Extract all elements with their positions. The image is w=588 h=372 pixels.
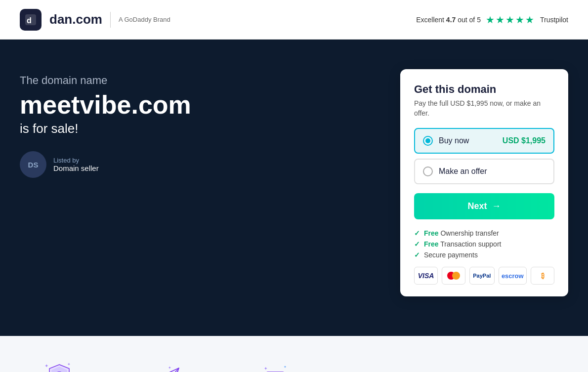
trustpilot-stars: ★★★★★	[486, 14, 535, 26]
card-features-list: ✓ Free Ownership transfer ✓ Free Transac…	[414, 229, 554, 259]
seller-name: Domain seller	[53, 164, 99, 172]
card-subtitle: Pay the full USD $1,995 now, or make an …	[414, 99, 554, 118]
domain-name: meetvibe.com	[20, 91, 191, 119]
features-grid: ✦ ✦ · Buyer Protectionprogram	[20, 361, 366, 372]
listed-by-label: Listed by	[53, 157, 99, 164]
feature-fast-transfers: ✦ ✦ Fast & easytransfers	[128, 361, 208, 372]
make-offer-radio[interactable]	[423, 166, 433, 176]
payment-icons-group: VISA PayPal escrow ₿	[414, 267, 554, 285]
next-button[interactable]: Next →	[414, 193, 554, 219]
svg-text:✦: ✦	[264, 366, 268, 371]
make-offer-left: Make an offer	[423, 166, 487, 176]
bitcoin-payment-icon: ₿	[531, 267, 554, 285]
fast-transfers-icon: ✦ ✦	[153, 361, 183, 372]
svg-text:✦: ✦	[44, 363, 48, 369]
paypal-payment-icon: PayPal	[469, 267, 495, 285]
buyer-protection-icon: ✦ ✦ ·	[44, 361, 74, 372]
site-header: d dan.com A GoDaddy Brand Excellent 4.7 …	[0, 0, 588, 40]
trustpilot-brand-name: Trustpilot	[540, 16, 568, 24]
hero-left-content: The domain name meetvibe.com is for sale…	[20, 69, 191, 178]
make-offer-label: Make an offer	[439, 167, 487, 176]
feature-buyer-protection: ✦ ✦ · Buyer Protectionprogram	[20, 361, 99, 372]
next-label: Next	[467, 201, 487, 211]
feature-transaction: ✓ Free Transaction support	[414, 240, 554, 248]
mastercard-payment-icon	[442, 267, 465, 285]
feature-secure-payments: ✓ Secure payments	[414, 251, 554, 259]
buy-now-radio[interactable]	[423, 136, 433, 146]
svg-text:d: d	[27, 16, 32, 25]
make-offer-option[interactable]: Make an offer	[414, 159, 554, 184]
listed-by-group: DS Listed by Domain seller	[20, 151, 191, 178]
check-icon-3: ✓	[414, 251, 420, 259]
svg-text:✦: ✦	[67, 362, 71, 367]
hassle-free-icon: ✦ ✦ ·	[262, 361, 292, 372]
feature-hassle-free: ✦ ✦ · Hassle freepayments	[237, 361, 316, 372]
dan-logo-icon[interactable]: d	[20, 9, 42, 31]
check-icon-1: ✓	[414, 229, 420, 237]
svg-text:✦: ✦	[284, 365, 287, 369]
trustpilot-score-text: Excellent 4.7 out of 5	[416, 16, 481, 24]
card-title: Get this domain	[414, 83, 554, 96]
visa-payment-icon: VISA	[414, 267, 438, 285]
next-arrow-icon: →	[492, 201, 501, 211]
logo-group: d dan.com A GoDaddy Brand	[20, 9, 170, 31]
escrow-payment-icon: escrow	[499, 267, 527, 285]
feature-ownership: ✓ Free Ownership transfer	[414, 229, 554, 237]
mc-right-circle	[452, 272, 460, 280]
buy-now-label: Buy now	[439, 136, 469, 145]
svg-text:✦: ✦	[168, 366, 171, 370]
features-section: ✦ ✦ · Buyer Protectionprogram	[0, 336, 588, 372]
for-sale-text: is for sale!	[20, 121, 191, 136]
seller-info: Listed by Domain seller	[53, 157, 99, 172]
buy-now-left: Buy now	[423, 136, 469, 146]
hero-subtitle: The domain name	[20, 74, 191, 87]
logo-text: dan.com	[49, 12, 102, 27]
godaddy-brand-text: A GoDaddy Brand	[119, 16, 170, 23]
hero-section: The domain name meetvibe.com is for sale…	[0, 40, 588, 336]
buy-now-price: USD $1,995	[503, 136, 546, 145]
purchase-card: Get this domain Pay the full USD $1,995 …	[400, 69, 568, 296]
check-icon-2: ✓	[414, 240, 420, 248]
seller-avatar: DS	[20, 151, 46, 178]
buy-now-option[interactable]: Buy now USD $1,995	[414, 128, 554, 154]
trustpilot-group: Excellent 4.7 out of 5 ★★★★★ Trustpilot	[416, 14, 568, 26]
header-divider	[110, 12, 111, 28]
